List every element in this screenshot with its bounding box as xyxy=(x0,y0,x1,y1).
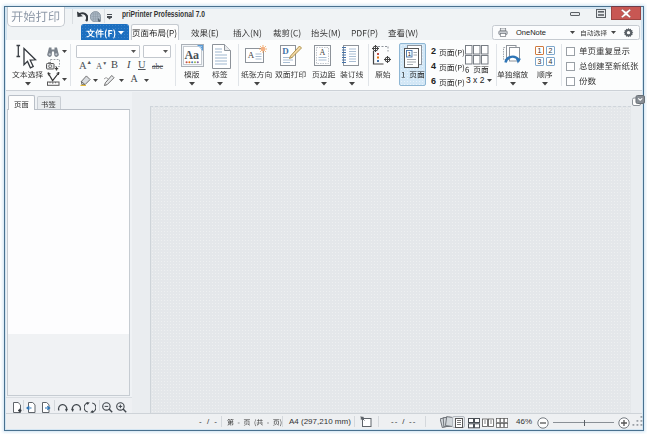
svg-text:A: A xyxy=(320,48,326,57)
svg-text:A: A xyxy=(248,50,255,60)
svg-text:Aa: Aa xyxy=(184,48,199,62)
svg-text:D: D xyxy=(282,46,289,56)
